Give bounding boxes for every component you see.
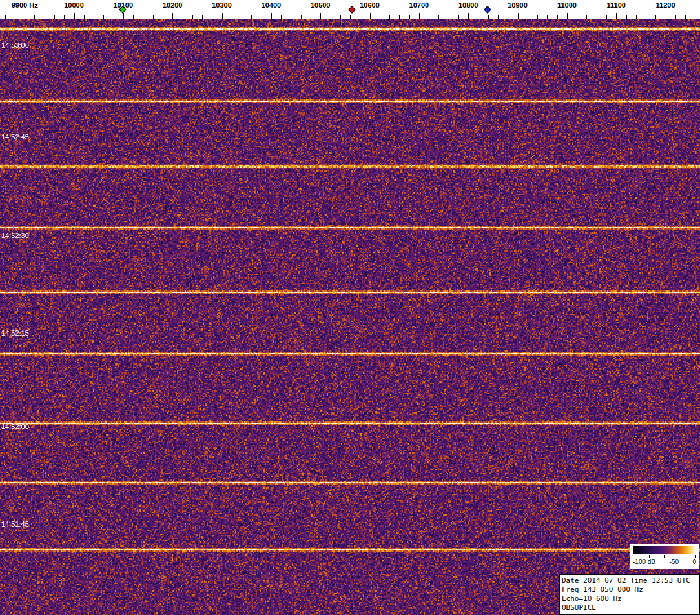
ruler-tick-major	[518, 13, 519, 19]
ruler-tick-major	[320, 13, 321, 19]
ruler-tick-minor	[508, 15, 508, 19]
colorbar-legend: -100 dB -50 0	[630, 544, 699, 569]
ruler-frequency-label: 10600	[360, 1, 380, 9]
ruler-tick-minor	[606, 15, 607, 19]
ruler-tick-major	[172, 13, 173, 19]
spectrogram-canvas[interactable]	[0, 19, 700, 615]
ruler-tick-minor	[409, 15, 410, 19]
ruler-tick-minor	[429, 15, 429, 19]
ruler-tick-minor	[212, 15, 212, 19]
ruler-frequency-label: 10700	[409, 1, 429, 9]
ruler-frequency-label: 11100	[607, 1, 626, 9]
ruler-tick-minor	[262, 15, 262, 19]
ruler-tick-major	[222, 13, 223, 19]
time-axis-label: 14:53:00	[1, 41, 29, 49]
time-axis-label: 14:52:30	[1, 232, 29, 239]
colorbar-tick-mark	[633, 555, 633, 558]
ruler-tick-minor	[15, 15, 15, 19]
ruler-tick-minor	[449, 15, 449, 19]
ruler-tick-minor	[528, 15, 528, 19]
ruler-tick-minor	[547, 15, 548, 19]
ruler-tick-minor	[655, 15, 656, 19]
ruler-tick-minor	[202, 15, 203, 19]
ruler-tick-minor	[636, 15, 637, 19]
ruler-tick-minor	[380, 15, 380, 19]
ruler-tick-minor	[675, 15, 676, 19]
ruler-frequency-label: 11000	[557, 1, 577, 9]
ruler-frequency-label: 10400	[262, 1, 282, 9]
frequency-ruler: 9900 Hz100001010010200103001040010500106…	[0, 0, 700, 19]
colorbar-tick-mark	[649, 555, 650, 558]
ruler-frequency-label: 10200	[163, 1, 183, 9]
ruler-tick-minor	[695, 15, 695, 19]
ruler-tick-minor	[537, 15, 538, 19]
ruler-tick-minor	[183, 15, 183, 19]
ruler-tick-minor	[458, 15, 459, 19]
ruler-tick-minor	[557, 15, 558, 19]
time-axis-label: 14:51:45	[1, 520, 29, 528]
ruler-tick-minor	[45, 15, 45, 19]
ruler-tick-minor	[291, 15, 291, 19]
ruler-tick-minor	[251, 15, 252, 19]
time-axis-label: 14:52:15	[1, 329, 29, 337]
time-axis-label: 14:52:00	[1, 423, 29, 430]
ruler-frequency-label: 10000	[64, 1, 84, 9]
ruler-tick-major	[567, 13, 568, 19]
ruler-tick-minor	[301, 15, 302, 19]
ruler-frequency-label: 10900	[508, 1, 528, 9]
ruler-tick-minor	[498, 15, 499, 19]
time-axis-label: 14:52:45	[1, 133, 29, 141]
ruler-tick-minor	[34, 15, 35, 19]
ruler-tick-minor	[331, 15, 331, 19]
info-freq-line: Freq=143 050 000 Hz	[562, 585, 697, 594]
ruler-tick-minor	[340, 15, 341, 19]
ruler-tick-minor	[133, 15, 134, 19]
colorbar-label-max: 0	[692, 558, 696, 565]
ruler-tick-minor	[488, 15, 489, 19]
info-date-line: Date=2014-07-02 Time=12:53 UTC	[562, 576, 697, 585]
colorbar-gradient	[633, 546, 696, 554]
ruler-tick-minor	[192, 15, 193, 19]
red-frequency-marker-icon[interactable]	[348, 6, 355, 13]
ruler-tick-minor	[577, 15, 577, 19]
ruler-tick-minor	[389, 15, 390, 19]
ruler-tick-minor	[626, 15, 627, 19]
ruler-tick-major	[419, 13, 420, 19]
ruler-tick-minor	[685, 15, 686, 19]
ruler-tick-minor	[646, 15, 646, 19]
ruler-tick-minor	[479, 15, 479, 19]
spectrogram-area: 14:53:0014:52:4514:52:3014:52:1514:52:00…	[0, 19, 700, 615]
colorbar-label-min: -100 dB	[633, 558, 655, 565]
ruler-tick-minor	[163, 15, 163, 19]
colorbar-ticks	[633, 555, 696, 558]
waterfall-display: 9900 Hz100001010010200103001040010500106…	[0, 0, 700, 615]
ruler-tick-minor	[360, 15, 360, 19]
ruler-tick-major	[616, 13, 617, 19]
ruler-tick-major	[74, 13, 75, 19]
colorbar-labels: -100 dB -50 0	[633, 558, 696, 565]
ruler-tick-minor	[586, 15, 587, 19]
ruler-frequency-label: 9900 Hz	[12, 1, 38, 9]
blue-frequency-marker-icon[interactable]	[484, 6, 491, 13]
ruler-frequency-label: 10300	[212, 1, 232, 9]
ruler-tick-minor	[153, 15, 154, 19]
ruler-tick-minor	[103, 15, 104, 19]
ruler-tick-minor	[242, 15, 242, 19]
ruler-tick-minor	[94, 15, 94, 19]
ruler-tick-minor	[399, 15, 400, 19]
ruler-tick-major	[468, 13, 469, 19]
colorbar-label-mid: -50	[670, 558, 679, 565]
ruler-tick-major	[370, 13, 371, 19]
ruler-frequency-label: 11200	[656, 1, 675, 9]
info-echo-line: Echo=10 600 Hz	[562, 594, 697, 603]
ruler-tick-minor	[597, 15, 597, 19]
ruler-tick-major	[666, 13, 666, 19]
ruler-tick-minor	[350, 15, 351, 19]
ruler-tick-minor	[281, 15, 282, 19]
ruler-tick-major	[271, 13, 272, 19]
ruler-frequency-label: 10500	[311, 1, 331, 9]
ruler-tick-minor	[54, 15, 55, 19]
observation-info-box: Date=2014-07-02 Time=12:53 UTC Freq=143 …	[559, 574, 700, 615]
ruler-tick-minor	[5, 15, 6, 19]
ruler-frequency-label: 10800	[458, 1, 479, 9]
